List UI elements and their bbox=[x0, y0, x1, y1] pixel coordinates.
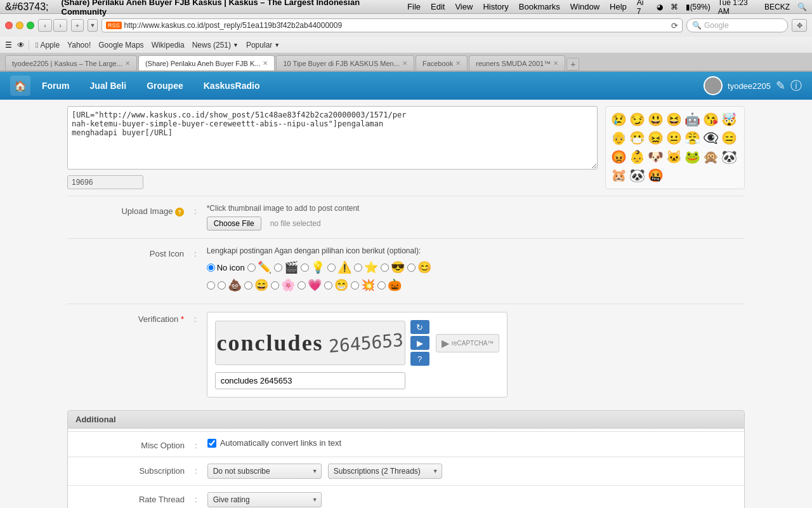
icon-radio-happy[interactable] bbox=[244, 281, 252, 290]
reading-list-icon[interactable]: ☰ bbox=[5, 41, 12, 50]
icon-radio-smile[interactable] bbox=[407, 264, 416, 272]
emoji-item[interactable]: 🙊 bbox=[703, 149, 719, 165]
tab-close-icon[interactable]: ✕ bbox=[553, 60, 558, 67]
emoji-item[interactable]: 👴 bbox=[611, 130, 627, 146]
icon-option-cool[interactable]: 😎 bbox=[381, 260, 405, 274]
icon-option-no-icon[interactable]: No icon bbox=[207, 263, 245, 272]
emoji-item[interactable]: 😆 bbox=[666, 112, 682, 128]
icon-option-boom[interactable]: 💥 bbox=[351, 278, 375, 292]
home-nav-button[interactable]: 🏠 bbox=[10, 76, 30, 96]
open-in-dashboard-button[interactable]: ✥ bbox=[792, 19, 807, 32]
new-tab-button[interactable]: + bbox=[71, 19, 84, 32]
bookmark-apple[interactable]:  Apple bbox=[33, 39, 62, 51]
emoji-item[interactable]: 🐼 bbox=[629, 168, 645, 184]
emoji-item[interactable]: 🐸 bbox=[684, 149, 700, 165]
reload-button[interactable]: ⟳ bbox=[671, 21, 678, 30]
icon-radio-warning[interactable] bbox=[327, 264, 336, 272]
icon-option-warning[interactable]: ⚠️ bbox=[327, 260, 351, 274]
icon-radio-boom[interactable] bbox=[351, 281, 359, 290]
subscription-threads-select[interactable]: Subscriptions (2 Threads) bbox=[328, 464, 442, 479]
tab-close-icon[interactable]: ✕ bbox=[125, 60, 130, 67]
icon-radio-cool[interactable] bbox=[381, 264, 389, 272]
menu-bookmarks[interactable]: Bookmarks bbox=[519, 2, 560, 11]
nav-jual-beli[interactable]: Jual Beli bbox=[81, 76, 136, 96]
emoji-item[interactable]: 🤯 bbox=[721, 112, 737, 128]
icon-option-poop[interactable]: 💩 bbox=[218, 278, 242, 292]
upload-info-icon[interactable]: ? bbox=[175, 208, 184, 217]
icon-option-smile[interactable]: 😊 bbox=[407, 260, 431, 274]
icon-radio-grin[interactable] bbox=[324, 281, 332, 290]
tab-close-icon[interactable]: ✕ bbox=[455, 60, 461, 67]
icon-option-happy[interactable]: 😄 bbox=[244, 278, 268, 292]
tab-item[interactable]: (Share) Perilaku Aneh Buyer FJB K... ✕ bbox=[138, 55, 275, 70]
icon-option-movie[interactable]: 🎬 bbox=[274, 260, 298, 274]
icon-option-r2[interactable] bbox=[207, 281, 215, 290]
emoji-item[interactable]: 🐶 bbox=[648, 149, 664, 165]
tab-item[interactable]: reuners SMUDA 2001™ ✕ bbox=[469, 55, 565, 70]
minimize-window-button[interactable] bbox=[16, 22, 23, 29]
apple-logo-icon[interactable]: &#63743; bbox=[5, 1, 49, 13]
menu-edit[interactable]: Edit bbox=[431, 2, 445, 11]
icon-radio-light[interactable] bbox=[301, 264, 309, 272]
menu-help[interactable]: Help bbox=[610, 2, 627, 11]
captcha-input[interactable] bbox=[215, 372, 405, 389]
tab-close-icon[interactable]: ✕ bbox=[263, 60, 268, 67]
icon-option-lantern[interactable]: 🎃 bbox=[377, 278, 402, 292]
icon-option-grin[interactable]: 😁 bbox=[324, 278, 348, 292]
icon-radio-poop[interactable] bbox=[218, 281, 226, 290]
bookmark-icon[interactable]: 👁 bbox=[17, 41, 25, 50]
icon-radio-movie[interactable] bbox=[274, 264, 282, 272]
emoji-item[interactable]: 😡 bbox=[611, 149, 627, 165]
captcha-help-button[interactable]: ? bbox=[410, 352, 429, 366]
search-bar[interactable]: 🔍 Google bbox=[686, 18, 788, 32]
menu-view[interactable]: View bbox=[455, 2, 473, 11]
user-avatar[interactable] bbox=[704, 76, 723, 95]
icon-radio-love[interactable] bbox=[298, 281, 306, 290]
bookmark-news[interactable]: News (251) ▼ bbox=[190, 39, 241, 51]
show-all-tabs-button[interactable]: ▼ bbox=[88, 19, 98, 32]
edit-profile-icon[interactable]: ✎ bbox=[776, 79, 785, 93]
url-bar[interactable]: RSS http://www.kaskus.co.id/post_reply/5… bbox=[102, 18, 683, 32]
emoji-item[interactable]: 🐱 bbox=[666, 149, 682, 165]
captcha-refresh-button[interactable]: ↻ bbox=[410, 320, 429, 334]
icon-option-pencil[interactable]: ✏️ bbox=[247, 260, 272, 274]
emoji-item[interactable]: 👁️‍🗨️ bbox=[703, 130, 719, 146]
emoji-item[interactable]: 🐹 bbox=[611, 168, 627, 184]
emoji-item[interactable]: 😑 bbox=[721, 130, 737, 146]
new-tab-add-button[interactable]: + bbox=[566, 58, 579, 70]
nav-forum[interactable]: Forum bbox=[33, 76, 79, 96]
close-window-button[interactable] bbox=[5, 22, 13, 29]
icon-radio-star[interactable] bbox=[354, 264, 362, 272]
nav-groupee[interactable]: Groupee bbox=[138, 76, 192, 96]
emoji-item[interactable]: 😤 bbox=[684, 130, 700, 146]
captcha-audio-button[interactable]: ▶ bbox=[410, 336, 429, 350]
emoji-item[interactable]: 😏 bbox=[629, 112, 645, 128]
icon-radio-flower[interactable] bbox=[271, 281, 279, 290]
emoji-item[interactable]: 😢 bbox=[611, 112, 627, 128]
icon-radio-pencil[interactable] bbox=[247, 264, 256, 272]
back-button[interactable]: ‹ bbox=[38, 19, 52, 32]
tab-item[interactable]: Facebook ✕ bbox=[416, 55, 468, 70]
emoji-item[interactable]: 😘 bbox=[703, 112, 719, 128]
forward-button[interactable]: › bbox=[53, 19, 67, 32]
bookmark-google-maps[interactable]: Google Maps bbox=[96, 39, 146, 51]
icon-option-love[interactable]: 💗 bbox=[298, 278, 322, 292]
bookmark-wikipedia[interactable]: Wikipedia bbox=[149, 39, 187, 51]
menu-history[interactable]: History bbox=[483, 2, 508, 11]
emoji-item[interactable]: 😃 bbox=[648, 112, 664, 128]
tab-close-icon[interactable]: ✕ bbox=[402, 60, 407, 67]
menu-window[interactable]: Window bbox=[570, 2, 599, 11]
emoji-item[interactable]: 🤬 bbox=[648, 168, 664, 184]
maximize-window-button[interactable] bbox=[27, 22, 34, 29]
menu-file[interactable]: File bbox=[407, 2, 421, 11]
emoji-item[interactable]: 🐼 bbox=[721, 149, 737, 165]
icon-radio-no-icon[interactable] bbox=[207, 264, 215, 272]
icon-option-light[interactable]: 💡 bbox=[301, 260, 325, 274]
tab-item[interactable]: 10 Tipe Buyer di FJB KASKUS Men... ✕ bbox=[276, 55, 414, 70]
icon-option-flower[interactable]: 🌸 bbox=[271, 278, 295, 292]
bookmark-popular[interactable]: Popular ▼ bbox=[244, 39, 282, 51]
post-textarea[interactable]: [URL="http://www.kaskus.co.id/show_post/… bbox=[67, 106, 598, 170]
emoji-item[interactable]: 😷 bbox=[629, 130, 645, 146]
icon-radio-lantern[interactable] bbox=[377, 281, 386, 290]
auto-convert-checkbox[interactable] bbox=[207, 439, 216, 448]
